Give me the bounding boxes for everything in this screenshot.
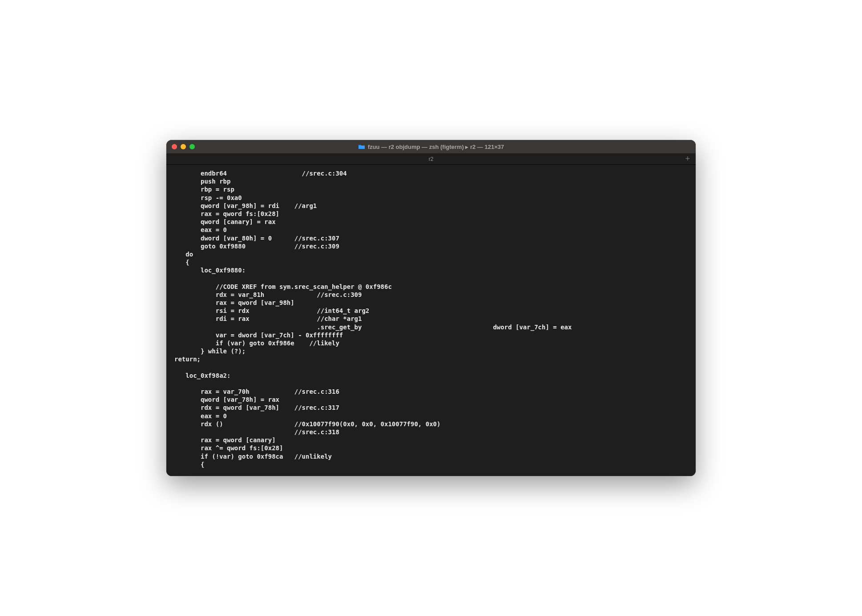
window-title-text: fzuu — r2 objdump — zsh (figterm) ▸ r2 —… bbox=[368, 144, 504, 150]
titlebar[interactable]: fzuu — r2 objdump — zsh (figterm) ▸ r2 —… bbox=[166, 140, 696, 153]
close-button[interactable] bbox=[172, 144, 177, 149]
minimize-button[interactable] bbox=[181, 144, 186, 149]
terminal-window: fzuu — r2 objdump — zsh (figterm) ▸ r2 —… bbox=[166, 140, 696, 476]
tab-title[interactable]: r2 bbox=[166, 156, 696, 162]
traffic-lights bbox=[172, 144, 195, 149]
add-tab-button[interactable]: + bbox=[682, 154, 693, 164]
maximize-button[interactable] bbox=[189, 144, 195, 149]
folder-icon bbox=[358, 144, 365, 149]
terminal-output[interactable]: endbr64 //srec.c:304 push rbp rbp = rsp … bbox=[166, 165, 696, 476]
tab-bar[interactable]: r2 + bbox=[166, 153, 696, 165]
window-title: fzuu — r2 objdump — zsh (figterm) ▸ r2 —… bbox=[172, 144, 690, 150]
